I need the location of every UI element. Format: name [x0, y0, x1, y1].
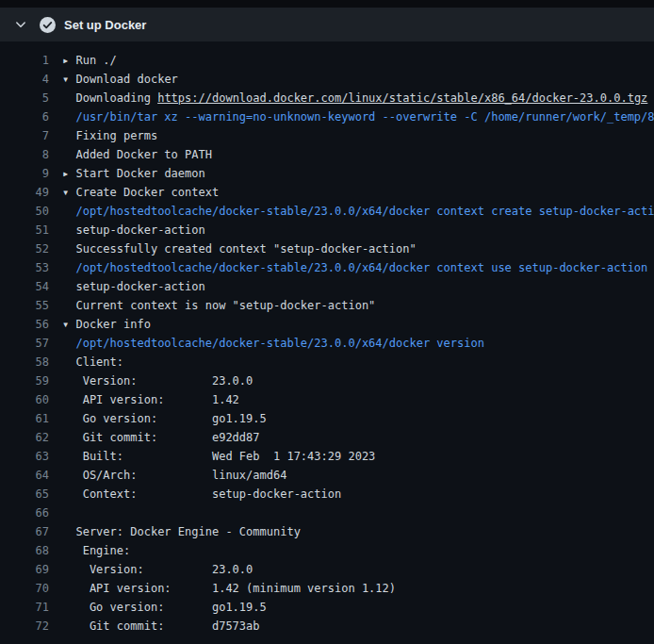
log-text: Go version: go1.19.5 [62, 598, 654, 617]
log-line: 51 setup-docker-action [0, 221, 654, 239]
line-number[interactable]: 56 [0, 315, 49, 334]
log-line: 52 Successfully created context "setup-d… [0, 239, 654, 258]
log-line: 53 /opt/hostedtoolcache/docker-stable/23… [0, 258, 654, 277]
line-number[interactable]: 60 [0, 390, 49, 409]
log-text: OS/Arch: linux/amd64 [62, 466, 654, 485]
log-text: /opt/hostedtoolcache/docker-stable/23.0.… [62, 202, 654, 221]
line-number[interactable]: 9 [0, 164, 49, 183]
check-circle-icon [40, 17, 56, 33]
log-line: 5 Downloading https://download.docker.co… [0, 89, 654, 107]
line-number[interactable]: 4 [0, 70, 49, 89]
line-number[interactable]: 53 [0, 258, 49, 277]
line-number[interactable]: 49 [0, 183, 49, 202]
log-text: Git commit: e92dd87 [62, 428, 654, 447]
group-title[interactable]: Create Docker context [69, 186, 219, 199]
log-line: 60 API version: 1.42 [0, 390, 654, 409]
step-header[interactable]: Set up Docker [0, 8, 654, 41]
log-line: 71 Go version: go1.19.5 [0, 598, 654, 617]
log-line: 57 /opt/hostedtoolcache/docker-stable/23… [0, 334, 654, 353]
log-text: Added Docker to PATH [62, 145, 654, 164]
log-line: 59 Version: 23.0.0 [0, 372, 654, 390]
log-line: 68 Engine: [0, 541, 654, 560]
log-line: 8 Added Docker to PATH [0, 145, 654, 164]
log-text: Git commit: d7573ab [62, 617, 654, 636]
line-number[interactable]: 64 [0, 466, 49, 485]
log-line: 6 /usr/bin/tar xz --warning=no-unknown-k… [0, 107, 654, 126]
line-number[interactable]: 7 [0, 126, 49, 145]
line-number[interactable]: 8 [0, 145, 49, 164]
line-number[interactable]: 68 [0, 541, 49, 560]
log-text: /usr/bin/tar xz --warning=no-unknown-key… [62, 107, 654, 126]
log-text [62, 504, 654, 522]
log-text: Engine: [62, 541, 654, 560]
log-line: 54 setup-docker-action [0, 277, 654, 296]
line-number[interactable]: 5 [0, 89, 49, 107]
group-title[interactable]: Docker info [69, 318, 151, 331]
log-text: API version: 1.42 [62, 390, 654, 409]
line-number[interactable]: 67 [0, 522, 49, 541]
log-line: 64 OS/Arch: linux/amd64 [0, 466, 654, 485]
chevron-down-icon[interactable] [14, 18, 27, 31]
log-group-row[interactable]: 49▾ Create Docker context [0, 183, 654, 202]
log-line: 7 Fixing perms [0, 126, 654, 145]
line-number[interactable]: 66 [0, 504, 49, 522]
log-text: ▸ Start Docker daemon [62, 164, 654, 183]
log-text: API version: 1.42 (minimum version 1.12) [62, 579, 654, 598]
log: 1▸ Run ./4▾ Download docker5 Downloading… [0, 41, 654, 644]
line-number[interactable]: 6 [0, 107, 49, 126]
log-text: ▸ Run ./ [62, 51, 654, 70]
log-text: Built: Wed Feb 1 17:43:29 2023 [62, 447, 654, 466]
log-text: Version: 23.0.0 [62, 560, 654, 579]
log-text: Go version: go1.19.5 [62, 409, 654, 428]
log-line: 72 Git commit: d7573ab [0, 617, 654, 636]
line-number[interactable]: 59 [0, 372, 49, 390]
line-number[interactable]: 54 [0, 277, 49, 296]
group-title[interactable]: Download docker [69, 73, 178, 86]
line-number[interactable]: 50 [0, 202, 49, 221]
log-text: Fixing perms [62, 126, 654, 145]
log-text: /opt/hostedtoolcache/docker-stable/23.0.… [62, 334, 654, 353]
log-text: Context: setup-docker-action [62, 485, 654, 504]
log-line: 55 Current context is now "setup-docker-… [0, 296, 654, 315]
log-group-row[interactable]: 1▸ Run ./ [0, 51, 654, 70]
line-number[interactable]: 70 [0, 579, 49, 598]
log-text: ▾ Download docker [62, 70, 654, 89]
log-line: 66 [0, 504, 654, 522]
log-line: 63 Built: Wed Feb 1 17:43:29 2023 [0, 447, 654, 466]
line-number[interactable]: 63 [0, 447, 49, 466]
line-number[interactable]: 72 [0, 617, 49, 636]
log-line: 69 Version: 23.0.0 [0, 560, 654, 579]
log-text: setup-docker-action [62, 221, 654, 239]
line-number[interactable]: 69 [0, 560, 49, 579]
line-number[interactable]: 52 [0, 239, 49, 258]
log-link[interactable]: https://download.docker.com/linux/static… [157, 91, 647, 105]
step-title: Set up Docker [64, 18, 146, 32]
line-number[interactable]: 58 [0, 353, 49, 372]
log-group-row[interactable]: 56▾ Docker info [0, 315, 654, 334]
log-line: 58 Client: [0, 353, 654, 372]
log-text: Client: [62, 353, 654, 372]
line-number[interactable]: 71 [0, 598, 49, 617]
log-text: Server: Docker Engine - Community [62, 522, 654, 541]
log-group-row[interactable]: 4▾ Download docker [0, 70, 654, 89]
line-number[interactable]: 61 [0, 409, 49, 428]
line-number[interactable]: 1 [0, 51, 49, 70]
log-text: ▾ Docker info [62, 315, 654, 334]
line-number[interactable]: 65 [0, 485, 49, 504]
log-text: Downloading https://download.docker.com/… [62, 89, 654, 107]
log-text: Successfully created context "setup-dock… [62, 239, 654, 258]
line-number[interactable]: 51 [0, 221, 49, 239]
line-number[interactable]: 57 [0, 334, 49, 353]
log-text: Current context is now "setup-docker-act… [62, 296, 654, 315]
log-line: 62 Git commit: e92dd87 [0, 428, 654, 447]
line-number[interactable]: 62 [0, 428, 49, 447]
group-title[interactable]: Start Docker daemon [69, 167, 205, 180]
log-text: setup-docker-action [62, 277, 654, 296]
log-line: 65 Context: setup-docker-action [0, 485, 654, 504]
log-text: ▾ Create Docker context [62, 183, 654, 202]
log-line: 67 Server: Docker Engine - Community [0, 522, 654, 541]
line-number[interactable]: 55 [0, 296, 49, 315]
log-text: Version: 23.0.0 [62, 372, 654, 390]
log-group-row[interactable]: 9▸ Start Docker daemon [0, 164, 654, 183]
group-title[interactable]: Run ./ [69, 54, 117, 67]
